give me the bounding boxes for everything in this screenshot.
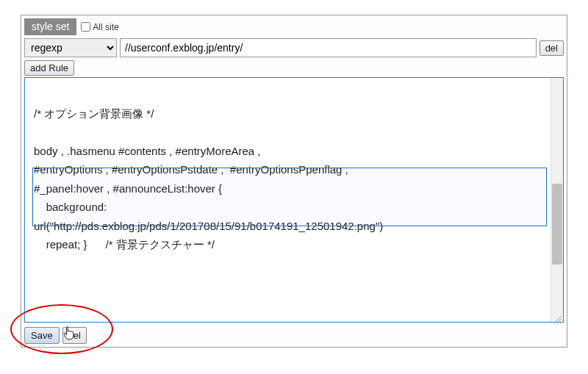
all-site-label: All site [93,22,118,32]
add-rule-button[interactable]: add Rule [24,60,74,76]
scrollbar[interactable] [551,78,563,322]
del-rule-button[interactable]: del [539,40,564,56]
css-editor[interactable]: /* オプション背景画像 */ body , .hasmenu #content… [24,77,564,323]
match-row: regexp del [24,38,564,57]
style-rule-panel: style set All site regexp del add Rule /… [21,15,567,348]
css-line: #_panel:hover , #announceList:hover { [34,182,222,195]
all-site-option[interactable]: All site [81,22,118,32]
all-site-checkbox[interactable] [81,22,90,32]
url-pattern-input[interactable] [120,38,537,57]
svg-line-2 [560,322,562,323]
style-set-tab: style set [24,18,76,35]
css-line: repeat; } /* 背景テクスチャー */ [34,238,215,251]
del-button[interactable]: del [62,327,87,344]
save-button[interactable]: Save [24,327,60,344]
css-line: url("http://pds.exblog.jp/pds/1/201708/1… [34,220,383,232]
css-line: /* オプション背景画像 */ [34,107,154,120]
scrollbar-thumb[interactable] [552,184,562,265]
resize-handle-icon[interactable] [552,311,562,321]
add-rule-row: add Rule [24,60,564,76]
css-line: #entryOptions , #entryOptionsPstdate , #… [34,163,348,176]
css-content[interactable]: /* オプション背景画像 */ body , .hasmenu #content… [34,85,554,273]
header-row: style set All site [24,18,564,35]
match-type-select[interactable]: regexp [24,38,117,57]
css-line: body , .hasmenu #contents , #entryMoreAr… [34,145,261,157]
css-line: background: [34,201,107,213]
footer-row: Save del [24,327,564,344]
